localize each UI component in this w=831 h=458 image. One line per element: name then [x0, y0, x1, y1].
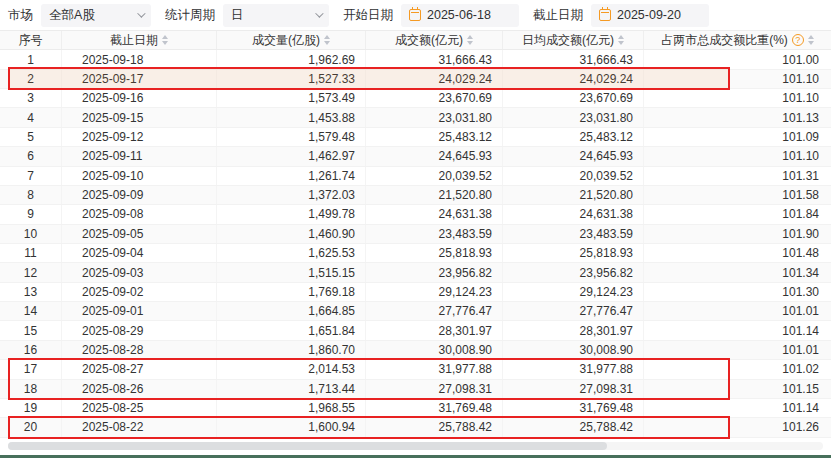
cell-date: 2025-09-05 — [62, 225, 217, 243]
cell-date: 2025-08-29 — [62, 321, 217, 339]
cell-index: 10 — [0, 225, 62, 243]
column-header-value[interactable]: 成交额(亿元) — [366, 31, 503, 49]
scrollbar-thumb[interactable] — [8, 442, 607, 450]
cell-pct: 101.31 — [644, 167, 831, 185]
cell-date: 2025-08-22 — [62, 418, 217, 436]
table-row[interactable]: 182025-08-261,713.4427,098.3127,098.3110… — [0, 380, 831, 399]
cell-value: 24,631.38 — [366, 205, 503, 223]
table-row[interactable]: 32025-09-161,573.4923,670.6923,670.69101… — [0, 89, 831, 108]
sort-icon[interactable] — [808, 35, 814, 45]
cell-pct: 101.15 — [644, 380, 831, 398]
cell-pct: 101.26 — [644, 418, 831, 436]
cell-value: 27,098.31 — [366, 380, 503, 398]
table-row[interactable]: 62025-09-111,462.9724,645.9324,645.93101… — [0, 147, 831, 166]
start-date-value: 2025-06-18 — [427, 8, 491, 22]
sort-icon[interactable] — [324, 35, 330, 45]
table-row[interactable]: 22025-09-171,527.3324,029.2424,029.24101… — [0, 70, 831, 89]
cell-date: 2025-08-27 — [62, 360, 217, 378]
table-row[interactable]: 42025-09-151,453.8823,031.8023,031.80101… — [0, 108, 831, 127]
horizontal-scrollbar[interactable] — [8, 442, 823, 450]
cell-volume: 1,462.97 — [217, 147, 366, 165]
cell-volume: 1,625.53 — [217, 244, 366, 262]
column-header-label: 日均成交额(亿元) — [522, 32, 614, 49]
cell-index: 4 — [0, 108, 62, 126]
table-row[interactable]: 102025-09-051,460.9023,483.5923,483.5910… — [0, 225, 831, 244]
column-header-volume[interactable]: 成交量(亿股) — [217, 31, 366, 49]
sort-icon[interactable] — [618, 35, 624, 45]
table-row[interactable]: 122025-09-031,515.1523,956.8223,956.8210… — [0, 263, 831, 282]
cell-value: 23,956.82 — [366, 263, 503, 281]
table-row[interactable]: 82025-09-091,372.0321,520.8021,520.80101… — [0, 186, 831, 205]
cell-volume: 1,769.18 — [217, 283, 366, 301]
cell-date: 2025-09-11 — [62, 147, 217, 165]
column-header-date[interactable]: 截止日期 — [62, 31, 217, 49]
end-date-picker[interactable]: 2025-09-20 — [591, 4, 709, 27]
cell-avg: 23,031.80 — [503, 108, 644, 126]
table-row[interactable]: 202025-08-221,600.9425,788.4225,788.4210… — [0, 418, 831, 437]
column-header-pct[interactable]: 占两市总成交额比重(%) ? — [644, 31, 831, 49]
cell-index: 15 — [0, 321, 62, 339]
cell-volume: 1,962.69 — [217, 50, 366, 68]
table-row[interactable]: 142025-09-011,664.8527,776.4727,776.4710… — [0, 302, 831, 321]
cell-volume: 1,860.70 — [217, 341, 366, 359]
cell-pct: 101.01 — [644, 341, 831, 359]
table-row[interactable]: 172025-08-272,014.5331,977.8831,977.8810… — [0, 360, 831, 379]
cell-pct: 101.84 — [644, 205, 831, 223]
table-row[interactable]: 112025-09-041,625.5325,818.9325,818.9310… — [0, 244, 831, 263]
cell-index: 13 — [0, 283, 62, 301]
cell-index: 20 — [0, 418, 62, 436]
table-row[interactable]: 132025-09-021,769.1829,124.2329,124.2310… — [0, 283, 831, 302]
table-header-row: 序号 截止日期 成交量(亿股) 成交额(亿元) 日均成交额(亿元) 占两市总成交… — [0, 31, 831, 50]
cell-volume: 1,664.85 — [217, 302, 366, 320]
table-row[interactable]: 162025-08-281,860.7030,008.9030,008.9010… — [0, 341, 831, 360]
cell-volume: 2,014.53 — [217, 360, 366, 378]
cell-pct: 101.00 — [644, 50, 831, 68]
market-select[interactable]: 全部A股 — [41, 4, 151, 27]
column-header-label: 占两市总成交额比重(%) — [661, 32, 788, 49]
table-row[interactable]: 72025-09-101,261.7420,039.5220,039.52101… — [0, 167, 831, 186]
cell-avg: 23,670.69 — [503, 89, 644, 107]
cell-date: 2025-09-09 — [62, 186, 217, 204]
table-row[interactable]: 52025-09-121,579.4825,483.1225,483.12101… — [0, 128, 831, 147]
cell-index: 11 — [0, 244, 62, 262]
cell-value: 23,483.59 — [366, 225, 503, 243]
sort-icon[interactable] — [467, 35, 473, 45]
cell-date: 2025-09-01 — [62, 302, 217, 320]
cell-index: 19 — [0, 399, 62, 417]
cell-avg: 31,977.88 — [503, 360, 644, 378]
cell-avg: 27,098.31 — [503, 380, 644, 398]
cell-pct: 101.30 — [644, 283, 831, 301]
cell-value: 27,776.47 — [366, 302, 503, 320]
cell-avg: 31,769.48 — [503, 399, 644, 417]
help-icon[interactable]: ? — [792, 34, 804, 46]
cell-index: 7 — [0, 167, 62, 185]
cell-volume: 1,651.84 — [217, 321, 366, 339]
cell-value: 28,301.97 — [366, 321, 503, 339]
cell-value: 25,483.12 — [366, 128, 503, 146]
cell-avg: 27,776.47 — [503, 302, 644, 320]
table-row[interactable]: 12025-09-181,962.6931,666.4331,666.43101… — [0, 50, 831, 69]
cell-volume: 1,600.94 — [217, 418, 366, 436]
cell-pct: 101.09 — [644, 128, 831, 146]
table-row[interactable]: 192025-08-251,968.5531,769.4831,769.4810… — [0, 399, 831, 418]
period-label: 统计周期 — [165, 7, 215, 24]
sort-icon[interactable] — [162, 35, 168, 45]
cell-pct: 101.48 — [644, 244, 831, 262]
table-row[interactable]: 92025-09-081,499.7824,631.3824,631.38101… — [0, 205, 831, 224]
cell-volume: 1,453.88 — [217, 108, 366, 126]
cell-index: 2 — [0, 70, 62, 88]
market-select-value: 全部A股 — [49, 7, 95, 24]
cell-avg: 29,124.23 — [503, 283, 644, 301]
column-header-avg[interactable]: 日均成交额(亿元) — [503, 31, 644, 49]
cell-value: 25,818.93 — [366, 244, 503, 262]
cell-pct: 101.14 — [644, 399, 831, 417]
cell-date: 2025-08-25 — [62, 399, 217, 417]
start-date-picker[interactable]: 2025-06-18 — [401, 4, 519, 27]
period-select[interactable]: 日 — [223, 4, 329, 27]
market-label: 市场 — [8, 7, 33, 24]
cell-index: 8 — [0, 186, 62, 204]
cell-index: 16 — [0, 341, 62, 359]
cell-pct: 101.02 — [644, 360, 831, 378]
table-row[interactable]: 152025-08-291,651.8428,301.9728,301.9710… — [0, 321, 831, 340]
cell-avg: 24,645.93 — [503, 147, 644, 165]
